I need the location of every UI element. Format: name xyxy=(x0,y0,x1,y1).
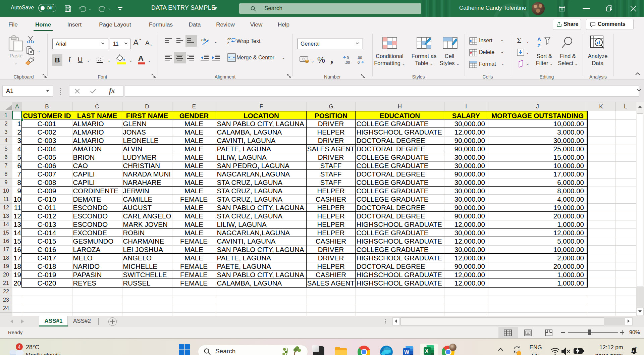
svg-text:z: z xyxy=(633,349,634,352)
svg-text:z: z xyxy=(635,346,637,350)
svg-text:W: W xyxy=(404,349,410,355)
svg-text:X: X xyxy=(425,348,429,354)
